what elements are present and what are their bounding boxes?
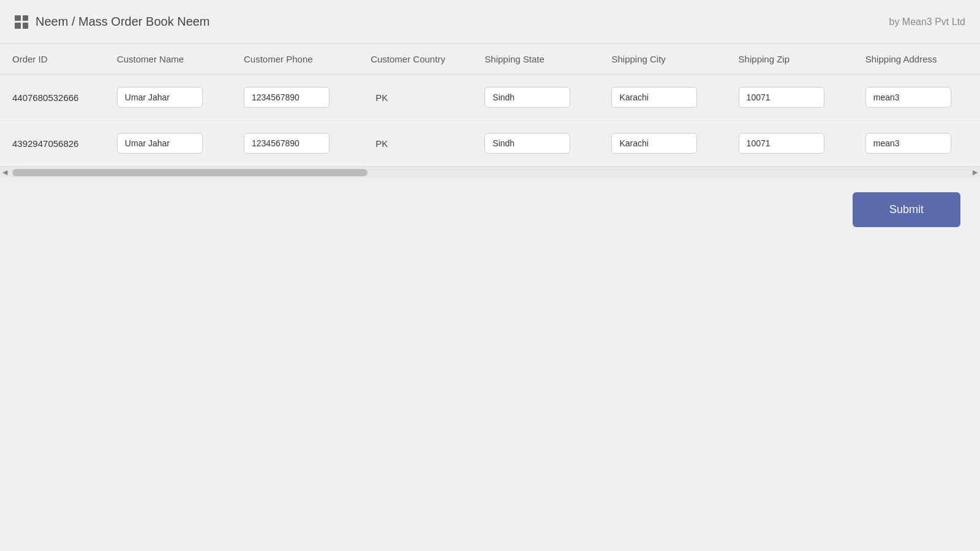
- breadcrumb: Neem / Mass Order Book Neem: [36, 15, 210, 29]
- footer: Submit: [0, 178, 980, 242]
- input-shipping-city[interactable]: [611, 87, 697, 108]
- cell-shipping-city: [599, 121, 726, 167]
- cell-customer-country: PK: [358, 121, 472, 167]
- cell-order-id: 4392947056826: [0, 121, 105, 167]
- customer-country-value: PK: [371, 138, 393, 149]
- input-shipping-zip[interactable]: [739, 133, 824, 154]
- brand-label: by Mean3 Pvt Ltd: [889, 17, 965, 28]
- cell-shipping-state: [472, 75, 599, 121]
- input-shipping-city[interactable]: [611, 133, 697, 154]
- cell-customer-country: PK: [358, 75, 472, 121]
- submit-button[interactable]: Submit: [853, 192, 960, 227]
- input-customer-name[interactable]: [117, 87, 203, 108]
- customer-country-value: PK: [371, 92, 393, 103]
- col-customer-country: Customer Country: [358, 44, 472, 75]
- cell-shipping-address: [853, 75, 980, 121]
- col-shipping-city: Shipping City: [599, 44, 726, 75]
- cell-shipping-zip: [726, 121, 853, 167]
- cell-shipping-address: [853, 121, 980, 167]
- header-left: Neem / Mass Order Book Neem: [15, 15, 210, 29]
- table-header-row: Order ID Customer Name Customer Phone Cu…: [0, 44, 980, 75]
- horizontal-scrollbar[interactable]: ◀ ▶: [0, 167, 980, 178]
- cell-shipping-zip: [726, 75, 853, 121]
- cell-customer-phone: [232, 75, 358, 121]
- input-shipping-zip[interactable]: [739, 87, 824, 108]
- table-container: Order ID Customer Name Customer Phone Cu…: [0, 44, 980, 167]
- grid-icon: [15, 15, 28, 29]
- app-header: Neem / Mass Order Book Neem by Mean3 Pvt…: [0, 0, 980, 44]
- cell-shipping-state: [472, 121, 599, 167]
- input-customer-phone[interactable]: [244, 87, 330, 108]
- col-shipping-state: Shipping State: [472, 44, 599, 75]
- cell-customer-name: [105, 121, 232, 167]
- orders-table: Order ID Customer Name Customer Phone Cu…: [0, 44, 980, 167]
- input-customer-phone[interactable]: [244, 133, 330, 154]
- scroll-left-arrow[interactable]: ◀: [2, 168, 7, 176]
- input-shipping-state[interactable]: [484, 87, 570, 108]
- col-shipping-zip: Shipping Zip: [726, 44, 853, 75]
- input-shipping-state[interactable]: [484, 133, 570, 154]
- col-order-id: Order ID: [0, 44, 105, 75]
- input-shipping-address[interactable]: [865, 87, 951, 108]
- input-customer-name[interactable]: [117, 133, 203, 154]
- table-row: 4407680532666PK: [0, 75, 980, 121]
- cell-order-id: 4407680532666: [0, 75, 105, 121]
- cell-customer-name: [105, 75, 232, 121]
- col-customer-phone: Customer Phone: [232, 44, 358, 75]
- cell-shipping-city: [599, 75, 726, 121]
- scroll-right-arrow[interactable]: ▶: [973, 168, 978, 176]
- input-shipping-address[interactable]: [865, 133, 951, 154]
- scrollbar-thumb[interactable]: [12, 169, 368, 176]
- col-customer-name: Customer Name: [105, 44, 232, 75]
- cell-customer-phone: [232, 121, 358, 167]
- col-shipping-address: Shipping Address: [853, 44, 980, 75]
- table-row: 4392947056826PK: [0, 121, 980, 167]
